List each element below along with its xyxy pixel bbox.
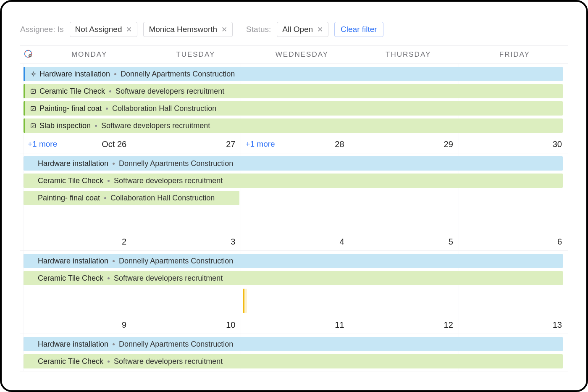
date-number: 6 bbox=[557, 237, 562, 247]
date-number: 12 bbox=[444, 320, 453, 330]
event-title: Painting- final coat bbox=[39, 104, 102, 113]
task-icon bbox=[29, 105, 37, 112]
event-bar[interactable]: Ceramic Tile Check Software developers r… bbox=[24, 84, 563, 98]
event-row: Ceramic Tile Check Software developers r… bbox=[20, 271, 568, 286]
date-number: 30 bbox=[553, 139, 562, 149]
event-stripe bbox=[24, 67, 25, 81]
event-row: Slab inspection Software developers recr… bbox=[20, 118, 568, 133]
task-icon bbox=[29, 88, 37, 95]
date-cell[interactable]: 11 bbox=[241, 320, 350, 330]
date-cell[interactable]: 30 bbox=[459, 139, 568, 149]
date-number: 27 bbox=[226, 139, 235, 149]
date-row: 910111213 bbox=[20, 316, 568, 334]
event-bar[interactable]: Hardware installation Donnelly Apartment… bbox=[24, 67, 563, 81]
view-settings-icon[interactable] bbox=[24, 49, 33, 60]
date-number: 29 bbox=[444, 139, 453, 149]
date-cell[interactable]: 9 bbox=[24, 320, 132, 330]
date-cell[interactable]: 13 bbox=[459, 320, 568, 330]
date-number: 13 bbox=[553, 320, 562, 330]
day-header-mon: MONDAY bbox=[36, 50, 142, 59]
event-title: Ceramic Tile Check bbox=[38, 176, 103, 185]
event-row: Hardware installation Donnelly Apartment… bbox=[20, 156, 568, 171]
date-number: 3 bbox=[231, 237, 235, 247]
date-cell[interactable]: 27 bbox=[132, 139, 241, 149]
calendar-week: Hardware installation Donnelly Apartment… bbox=[20, 251, 568, 334]
chip-label: Not Assigned bbox=[75, 25, 122, 34]
event-bar[interactable]: Ceramic Tile Check Software developers r… bbox=[24, 174, 563, 188]
date-number: 2 bbox=[122, 237, 126, 247]
event-bar[interactable]: Hardware installation Donnelly Apartment… bbox=[24, 337, 563, 351]
event-bar[interactable]: Painting- final coat Collaboration Hall … bbox=[24, 191, 239, 205]
chip-remove-icon[interactable]: ✕ bbox=[221, 25, 227, 34]
date-cell[interactable]: 3 bbox=[132, 237, 241, 247]
event-bar[interactable]: Hardware installation Donnelly Apartment… bbox=[24, 156, 563, 171]
chip-remove-icon[interactable]: ✕ bbox=[126, 25, 132, 34]
date-cell[interactable]: +1 moreOct 26 bbox=[24, 139, 132, 149]
filter-status-label: Status: bbox=[246, 25, 271, 34]
event-title: Painting- final coat bbox=[38, 194, 100, 203]
date-cell[interactable]: 4 bbox=[241, 237, 350, 247]
event-bar[interactable]: Hardware installation Donnelly Apartment… bbox=[24, 254, 563, 268]
event-project: Software developers recruitment bbox=[101, 121, 210, 130]
calendar-view: Assignee: Is Not Assigned ✕ Monica Hemsw… bbox=[0, 0, 588, 392]
date-number: 28 bbox=[335, 139, 344, 149]
event-row: Painting- final coat Collaboration Hall … bbox=[20, 101, 568, 116]
event-card[interactable]: Issue1 TestProjectWithCustomFields bbox=[243, 289, 247, 313]
event-project: Collaboration Hall Construction bbox=[110, 194, 215, 203]
event-bar[interactable]: Painting- final coat Collaboration Hall … bbox=[24, 101, 563, 116]
event-project: Software developers recruitment bbox=[114, 274, 223, 283]
date-cell[interactable]: 2 bbox=[24, 237, 132, 247]
separator-dot bbox=[113, 343, 115, 345]
event-stripe bbox=[24, 101, 25, 116]
separator-dot bbox=[113, 260, 115, 262]
date-number: 10 bbox=[226, 320, 235, 330]
filter-bar: Assignee: Is Not Assigned ✕ Monica Hemsw… bbox=[20, 22, 568, 37]
svg-rect-5 bbox=[31, 106, 36, 110]
event-project: Software developers recruitment bbox=[116, 87, 224, 96]
event-stripe bbox=[24, 84, 25, 98]
event-title: Hardware installation bbox=[38, 340, 108, 349]
event-bar[interactable]: Ceramic Tile Check Software developers r… bbox=[24, 271, 563, 285]
event-row: Hardware installation Donnelly Apartment… bbox=[20, 337, 568, 352]
event-project: Software developers recruitment bbox=[114, 176, 223, 185]
separator-dot bbox=[106, 108, 108, 110]
filter-chip-not-assigned[interactable]: Not Assigned ✕ bbox=[70, 22, 138, 37]
more-link[interactable]: +1 more bbox=[245, 139, 275, 149]
event-project: Donnelly Apartments Construction bbox=[121, 70, 235, 79]
date-cell[interactable]: 6 bbox=[459, 237, 568, 247]
date-cell[interactable]: 5 bbox=[350, 237, 459, 247]
separator-dot bbox=[109, 90, 111, 92]
filter-assignee-label: Assignee: Is bbox=[20, 25, 64, 34]
event-title: Hardware installation bbox=[38, 159, 108, 168]
chip-label: All Open bbox=[282, 25, 313, 34]
svg-rect-6 bbox=[31, 124, 36, 128]
filter-chip-status[interactable]: All Open ✕ bbox=[277, 22, 328, 37]
date-cell[interactable]: 12 bbox=[350, 320, 459, 330]
event-bar[interactable]: Slab inspection Software developers recr… bbox=[24, 118, 563, 133]
date-number: Oct 26 bbox=[102, 139, 126, 149]
date-cell[interactable]: 10 bbox=[132, 320, 241, 330]
date-cell[interactable]: +1 more28 bbox=[241, 139, 350, 149]
event-title: Ceramic Tile Check bbox=[39, 87, 105, 96]
more-link[interactable]: +1 more bbox=[28, 139, 57, 149]
date-number: 9 bbox=[122, 320, 126, 330]
chip-remove-icon[interactable]: ✕ bbox=[317, 25, 323, 34]
date-cell[interactable]: 29 bbox=[350, 139, 459, 149]
calendar-week: Hardware installation Donnelly Apartment… bbox=[20, 153, 568, 251]
event-row: Ceramic Tile Check Software developers r… bbox=[20, 354, 568, 369]
event-row: Ceramic Tile Check Software developers r… bbox=[20, 84, 568, 99]
separator-dot bbox=[104, 197, 106, 199]
calendar-header: MONDAY TUESDAY WEDNESDAY THURSDAY FRIDAY bbox=[20, 45, 568, 64]
date-number: 5 bbox=[449, 237, 453, 247]
event-title: Ceramic Tile Check bbox=[38, 274, 103, 283]
day-header-thu: THURSDAY bbox=[355, 50, 462, 59]
event-project: Donnelly Apartments Construction bbox=[119, 257, 233, 266]
separator-dot bbox=[114, 73, 116, 75]
svg-rect-4 bbox=[31, 89, 36, 93]
day-header-tue: TUESDAY bbox=[142, 50, 249, 59]
filter-chip-monica[interactable]: Monica Hemsworth ✕ bbox=[143, 22, 233, 37]
separator-dot bbox=[113, 163, 115, 165]
event-bar[interactable]: Ceramic Tile Check Software developers r… bbox=[24, 354, 563, 368]
event-row: Ceramic Tile Check Software developers r… bbox=[20, 173, 568, 188]
clear-filter-button[interactable]: Clear filter bbox=[334, 22, 383, 37]
